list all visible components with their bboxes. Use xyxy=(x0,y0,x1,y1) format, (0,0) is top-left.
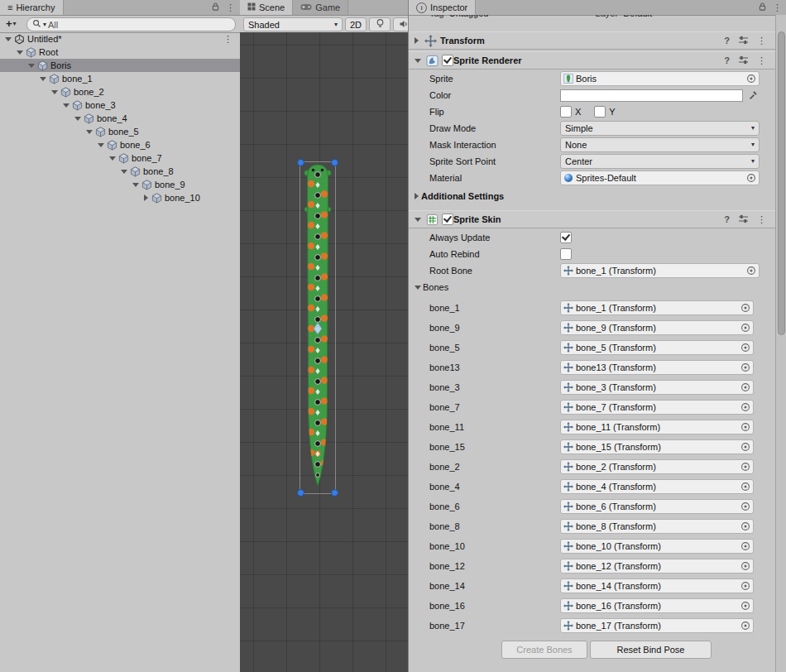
object-picker-icon[interactable] xyxy=(740,323,750,333)
lighting-toggle-button[interactable] xyxy=(369,17,391,31)
bones-foldout[interactable]: Bones xyxy=(409,280,776,295)
bone-object-field[interactable]: bone_17 (Transform) xyxy=(560,618,754,633)
mask-interaction-dropdown[interactable]: None ▾ xyxy=(560,137,760,152)
draw-mode-dropdown[interactable]: Simple ▾ xyxy=(560,121,760,136)
scene-options-icon[interactable]: ⋮ xyxy=(223,35,240,44)
bone-object-field[interactable]: bone_2 (Transform) xyxy=(560,459,754,474)
auto-rebind-checkbox[interactable] xyxy=(560,248,572,260)
component-enabled-checkbox[interactable] xyxy=(442,214,453,225)
help-icon[interactable]: ? xyxy=(724,214,730,224)
object-picker-icon[interactable] xyxy=(740,343,750,353)
color-swatch[interactable] xyxy=(560,89,743,102)
kebab-menu-icon[interactable]: ⋮ xyxy=(757,36,766,46)
foldout-arrow[interactable] xyxy=(415,286,421,290)
bone-object-field[interactable]: bone_7 (Transform) xyxy=(560,400,754,415)
foldout-arrow[interactable] xyxy=(51,90,58,94)
help-icon[interactable]: ? xyxy=(724,36,730,46)
foldout-arrow[interactable] xyxy=(415,193,419,199)
object-picker-icon[interactable] xyxy=(740,541,750,551)
always-update-checkbox[interactable] xyxy=(560,232,572,243)
bone-object-field[interactable]: bone_8 (Transform) xyxy=(560,519,754,534)
create-object-button[interactable]: + ▾ xyxy=(3,17,19,30)
object-picker-icon[interactable] xyxy=(740,462,750,472)
object-picker-icon[interactable] xyxy=(740,521,750,531)
transform-header[interactable]: Transform ? ⋮ xyxy=(409,31,776,50)
bone-object-field[interactable]: bone_6 (Transform) xyxy=(560,499,754,514)
presets-icon[interactable] xyxy=(738,214,749,225)
hierarchy-row-bone-2[interactable]: bone_2 xyxy=(0,85,240,98)
flip-y-checkbox[interactable] xyxy=(594,106,606,118)
additional-settings-foldout[interactable]: Additional Settings xyxy=(409,189,776,204)
bone-object-field[interactable]: bone_10 (Transform) xyxy=(560,539,754,554)
layer-dropdown[interactable]: Default xyxy=(623,15,758,18)
kebab-menu-icon[interactable]: ⋮ xyxy=(757,215,766,224)
hierarchy-row-bone-6[interactable]: bone_6 xyxy=(0,138,240,151)
sprite-skin-header[interactable]: Sprite Skin ? ⋮ xyxy=(409,210,776,228)
presets-icon[interactable] xyxy=(738,36,749,46)
resize-handle-bottom-right[interactable] xyxy=(331,489,338,497)
resize-handle-top-right[interactable] xyxy=(331,159,338,166)
bone-object-field[interactable]: bone_9 (Transform) xyxy=(560,320,754,335)
object-picker-icon[interactable] xyxy=(746,173,756,183)
hierarchy-row-bone-8[interactable]: bone_8 xyxy=(0,165,240,178)
foldout-arrow[interactable] xyxy=(5,37,12,41)
bone-object-field[interactable]: bone_3 (Transform) xyxy=(560,380,754,395)
resize-handle-top-left[interactable] xyxy=(297,159,304,166)
foldout-arrow[interactable] xyxy=(86,130,93,134)
tab-game[interactable]: Game xyxy=(293,0,348,15)
hierarchy-row-bone-9[interactable]: bone_9 xyxy=(0,178,240,191)
foldout-arrow[interactable] xyxy=(109,156,116,161)
search-input[interactable]: ▾ All xyxy=(26,17,236,31)
foldout-arrow[interactable] xyxy=(40,77,46,81)
foldout-arrow[interactable] xyxy=(28,64,35,68)
hierarchy-row-bone-10[interactable]: bone_10 xyxy=(0,191,240,204)
bone-object-field[interactable]: bone13 (Transform) xyxy=(560,360,754,375)
tag-dropdown[interactable]: Untagged xyxy=(449,15,584,18)
foldout-arrow[interactable] xyxy=(63,103,69,108)
object-picker-icon[interactable] xyxy=(746,74,756,84)
object-picker-icon[interactable] xyxy=(740,482,750,492)
sprite-object-field[interactable]: Boris xyxy=(560,71,760,86)
object-picker-icon[interactable] xyxy=(740,422,750,432)
foldout-arrow[interactable] xyxy=(415,59,421,63)
object-picker-icon[interactable] xyxy=(740,402,750,412)
object-picker-icon[interactable] xyxy=(746,266,756,276)
foldout-arrow[interactable] xyxy=(98,143,104,147)
sort-point-dropdown[interactable]: Center ▾ xyxy=(560,154,760,169)
component-enabled-checkbox[interactable] xyxy=(442,55,453,66)
resize-handle-bottom-left[interactable] xyxy=(297,489,304,497)
object-picker-icon[interactable] xyxy=(740,561,750,571)
hierarchy-row-boris[interactable]: Boris xyxy=(0,59,240,72)
hierarchy-row-bone-1[interactable]: bone_1 xyxy=(0,72,240,85)
kebab-menu-icon[interactable]: ⋮ xyxy=(226,3,235,12)
foldout-arrow[interactable] xyxy=(74,117,81,121)
shading-mode-dropdown[interactable]: Shaded ▾ xyxy=(243,17,343,31)
object-picker-icon[interactable] xyxy=(740,581,750,591)
object-picker-icon[interactable] xyxy=(740,382,750,392)
foldout-arrow[interactable] xyxy=(17,50,23,55)
foldout-arrow[interactable] xyxy=(121,170,127,174)
scene-viewport[interactable] xyxy=(240,32,408,672)
boris-sprite[interactable] xyxy=(300,162,335,493)
bone-object-field[interactable]: bone_16 (Transform) xyxy=(560,598,754,613)
foldout-arrow[interactable] xyxy=(415,37,419,44)
foldout-arrow[interactable] xyxy=(144,194,148,201)
bone-object-field[interactable]: bone_11 (Transform) xyxy=(560,420,754,434)
foldout-arrow[interactable] xyxy=(132,183,139,187)
flip-x-checkbox[interactable] xyxy=(560,106,572,118)
presets-icon[interactable] xyxy=(738,55,749,66)
hierarchy-row-bone-4[interactable]: bone_4 xyxy=(0,112,240,125)
sprite-renderer-header[interactable]: Sprite Renderer ? ⋮ xyxy=(409,51,776,70)
hierarchy-row-bone-7[interactable]: bone_7 xyxy=(0,151,240,165)
object-picker-icon[interactable] xyxy=(740,362,750,372)
bone-object-field[interactable]: bone_12 (Transform) xyxy=(560,559,754,574)
object-picker-icon[interactable] xyxy=(740,303,750,313)
help-icon[interactable]: ? xyxy=(724,55,730,65)
object-picker-icon[interactable] xyxy=(740,502,750,511)
inspector-scrollbar-thumb[interactable] xyxy=(778,31,785,335)
object-picker-icon[interactable] xyxy=(740,621,750,631)
eyedropper-icon[interactable] xyxy=(746,89,760,101)
root-bone-object-field[interactable]: bone_1 (Transform) xyxy=(560,263,760,278)
bone-object-field[interactable]: bone_5 (Transform) xyxy=(560,340,754,355)
tab-inspector[interactable]: i Inspector xyxy=(409,0,476,15)
